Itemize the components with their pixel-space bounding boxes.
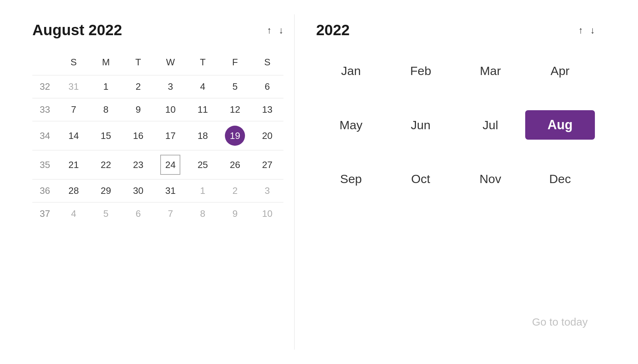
year-month-cell[interactable]: Jan — [316, 60, 386, 81]
calendar-day[interactable]: 19 — [219, 121, 251, 150]
calendar-day[interactable]: 18 — [186, 121, 219, 150]
year-header: 2022 ↑ ↓ — [316, 22, 595, 39]
month-grid: JanFebMarAprMayJunJulAugSepOctNovDec — [316, 60, 595, 190]
calendar-container: August 2022 ↑ ↓ SMTWTFS32311234563378910… — [0, 0, 638, 364]
calendar-day[interactable]: 22 — [90, 150, 122, 179]
calendar-day[interactable]: 11 — [186, 98, 219, 121]
week-number: 32 — [32, 75, 57, 98]
year-month-cell[interactable]: Mar — [456, 60, 525, 81]
week-number: 33 — [32, 98, 57, 121]
calendar-day[interactable]: 4 — [57, 202, 90, 225]
year-month-cell[interactable]: Sep — [316, 168, 386, 190]
day-header: F — [219, 53, 251, 75]
day-header: S — [251, 53, 283, 75]
calendar-day[interactable]: 8 — [90, 98, 122, 121]
calendar-day[interactable]: 5 — [219, 75, 251, 98]
day-header: M — [90, 53, 122, 75]
year-up-arrow[interactable]: ↑ — [578, 25, 583, 35]
year-month-cell[interactable]: Dec — [525, 168, 595, 190]
calendar-day[interactable]: 7 — [57, 98, 90, 121]
day-header: T — [122, 53, 154, 75]
calendar-day[interactable]: 10 — [154, 98, 187, 121]
calendar-day[interactable]: 14 — [57, 121, 90, 150]
calendar-day[interactable]: 27 — [251, 150, 283, 179]
calendar-day[interactable]: 26 — [219, 150, 251, 179]
calendar-day[interactable]: 3 — [154, 75, 187, 98]
calendar-day[interactable]: 24 — [154, 150, 187, 179]
year-month-cell[interactable]: Oct — [386, 168, 456, 190]
year-nav-arrows: ↑ ↓ — [578, 25, 595, 35]
calendar-day[interactable]: 12 — [219, 98, 251, 121]
week-number: 37 — [32, 202, 57, 225]
month-up-arrow[interactable]: ↑ — [267, 25, 272, 35]
year-month-cell[interactable]: Nov — [456, 168, 525, 190]
month-header: August 2022 ↑ ↓ — [32, 22, 283, 39]
month-panel: August 2022 ↑ ↓ SMTWTFS32311234563378910… — [22, 14, 295, 350]
calendar-day[interactable]: 1 — [90, 75, 122, 98]
calendar-day[interactable]: 28 — [57, 179, 90, 202]
calendar-day[interactable]: 16 — [122, 121, 154, 150]
month-down-arrow[interactable]: ↓ — [279, 25, 283, 35]
year-month-cell[interactable]: Aug — [525, 110, 595, 140]
calendar-day[interactable]: 9 — [122, 98, 154, 121]
year-month-cell[interactable]: May — [316, 110, 386, 140]
year-panel-wrapper: 2022 ↑ ↓ JanFebMarAprMayJunJulAugSepOctN… — [295, 14, 616, 350]
day-header: S — [57, 53, 90, 75]
week-col-header — [32, 53, 57, 75]
calendar-day[interactable]: 21 — [57, 150, 90, 179]
calendar-day[interactable]: 6 — [251, 75, 283, 98]
calendar-day[interactable]: 10 — [251, 202, 283, 225]
year-down-arrow[interactable]: ↓ — [590, 25, 595, 35]
calendar-day[interactable]: 31 — [57, 75, 90, 98]
calendar-day[interactable]: 6 — [122, 202, 154, 225]
calendar-day[interactable]: 20 — [251, 121, 283, 150]
calendar-day[interactable]: 8 — [186, 202, 219, 225]
calendar-day[interactable]: 1 — [186, 179, 219, 202]
calendar-day[interactable]: 2 — [122, 75, 154, 98]
calendar-day[interactable]: 17 — [154, 121, 187, 150]
week-number: 35 — [32, 150, 57, 179]
week-number: 36 — [32, 179, 57, 202]
week-number: 34 — [32, 121, 57, 150]
day-header: T — [186, 53, 219, 75]
calendar-day[interactable]: 30 — [122, 179, 154, 202]
calendar-day[interactable]: 7 — [154, 202, 187, 225]
calendar-day[interactable]: 9 — [219, 202, 251, 225]
calendar-grid: SMTWTFS323112345633789101112133414151617… — [32, 53, 283, 225]
calendar-day[interactable]: 5 — [90, 202, 122, 225]
year-title: 2022 — [316, 22, 578, 39]
calendar-day[interactable]: 23 — [122, 150, 154, 179]
year-month-cell[interactable]: Jul — [456, 110, 525, 140]
calendar-day[interactable]: 25 — [186, 150, 219, 179]
calendar-day[interactable]: 4 — [186, 75, 219, 98]
go-to-today-button[interactable]: Go to today — [532, 316, 588, 328]
year-month-cell[interactable]: Jun — [386, 110, 456, 140]
month-title: August 2022 — [32, 22, 267, 39]
year-month-cell[interactable]: Apr — [525, 60, 595, 81]
year-month-cell[interactable]: Feb — [386, 60, 456, 81]
day-header: W — [154, 53, 187, 75]
month-nav-arrows: ↑ ↓ — [267, 25, 283, 35]
calendar-day[interactable]: 13 — [251, 98, 283, 121]
calendar-day[interactable]: 31 — [154, 179, 187, 202]
calendar-day[interactable]: 15 — [90, 121, 122, 150]
year-panel: 2022 ↑ ↓ JanFebMarAprMayJunJulAugSepOctN… — [295, 14, 616, 197]
calendar-day[interactable]: 29 — [90, 179, 122, 202]
calendar-day[interactable]: 2 — [219, 179, 251, 202]
calendar-day[interactable]: 3 — [251, 179, 283, 202]
